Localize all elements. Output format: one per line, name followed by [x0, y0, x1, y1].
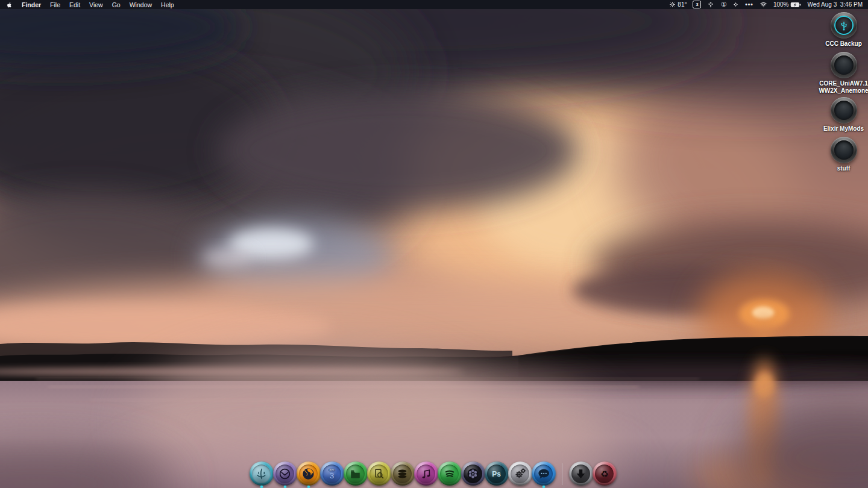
dock-shortcuts: ♻	[569, 461, 616, 488]
itunes-icon	[417, 465, 435, 483]
more-menu-icon[interactable]: •••	[745, 1, 753, 8]
dock-itunes[interactable]	[414, 461, 438, 488]
running-indicator	[284, 486, 286, 488]
finder-icon	[252, 465, 271, 483]
system-preferences-icon	[511, 465, 529, 483]
dock-system-preferences[interactable]	[508, 461, 532, 488]
volume-core-uniaw[interactable]: CORE_UniAW7.1WW2X_Anemone	[815, 52, 868, 94]
menu-go[interactable]: Go	[112, 1, 121, 8]
drive-orb-icon	[831, 137, 857, 163]
dock-files[interactable]	[344, 461, 367, 488]
mail-icon	[275, 465, 294, 483]
spotify-icon	[440, 465, 459, 483]
reel-orb	[461, 461, 485, 486]
preview-orb	[367, 461, 391, 486]
volume-label: stuff	[837, 165, 851, 172]
menu-window[interactable]: Window	[130, 1, 152, 8]
running-indicator	[542, 486, 545, 488]
menu-help[interactable]: Help	[161, 1, 174, 8]
drive-face	[834, 101, 854, 120]
svg-text:♻: ♻	[600, 469, 608, 480]
firefox-icon	[299, 465, 318, 483]
menu-bar: Finder File Edit View Go Window Help 81°…	[0, 0, 868, 9]
mail-orb	[273, 461, 297, 486]
dock-finder[interactable]	[250, 461, 273, 488]
dock-downloads[interactable]	[569, 461, 593, 488]
downloads-orb	[569, 461, 593, 486]
files-orb	[344, 461, 368, 486]
photoshop-icon: Ps	[487, 465, 506, 483]
battery-percent-label: 100%	[773, 1, 789, 8]
drive-orb-icon	[831, 12, 857, 39]
dock: AUG 3 Ps ♻	[250, 461, 616, 488]
volume-stuff[interactable]: stuff	[815, 137, 868, 172]
circled-one-icon[interactable]: ①	[720, 1, 726, 8]
files-icon	[346, 465, 365, 483]
dock-reel[interactable]	[461, 461, 485, 488]
battery-icon	[790, 2, 801, 8]
running-indicator	[260, 486, 263, 488]
dock-firefox[interactable]	[297, 461, 320, 488]
menu-view[interactable]: View	[89, 1, 103, 8]
dock-stacks[interactable]	[391, 461, 414, 488]
calendar-menubar-icon[interactable]: 3	[693, 1, 701, 8]
wifi-icon[interactable]	[760, 1, 767, 8]
pinwheel-icon[interactable]	[732, 1, 739, 8]
downloads-icon	[571, 465, 590, 483]
dock-photoshop[interactable]: Ps	[485, 461, 508, 488]
stacks-orb	[391, 461, 415, 486]
trash-orb: ♻	[593, 461, 617, 486]
sun-icon	[669, 1, 676, 8]
dock-apps: AUG 3 Ps	[250, 461, 555, 488]
menu-file[interactable]: File	[50, 1, 60, 8]
volume-elixir-mymods[interactable]: Elixir MyMods	[815, 97, 868, 133]
desktop-volumes: CCC BackupCORE_UniAW7.1WW2X_AnemoneElixi…	[0, 0, 868, 488]
dock-preview[interactable]	[367, 461, 391, 488]
usb-symbol-icon	[834, 16, 854, 35]
itunes-orb	[414, 461, 438, 486]
svg-text:Ps: Ps	[492, 470, 501, 478]
dock-messages[interactable]	[532, 461, 555, 488]
apple-logo-icon[interactable]	[5, 1, 13, 8]
messages-orb	[532, 461, 556, 486]
volume-label: CORE_UniAW7.1WW2X_Anemone	[819, 80, 868, 94]
calendar-orb: AUG 3	[320, 461, 344, 486]
drive-orb-icon	[831, 97, 857, 124]
reel-icon	[464, 465, 482, 483]
finder-orb	[250, 461, 274, 486]
menu-edit[interactable]: Edit	[69, 1, 80, 8]
calendar-icon: AUG 3	[322, 465, 341, 483]
dock-divider	[562, 463, 562, 485]
drive-face	[834, 55, 854, 75]
system-preferences-orb	[508, 461, 532, 486]
preview-icon	[370, 465, 388, 483]
drive-orb-icon	[831, 52, 857, 78]
dock-trash[interactable]: ♻	[593, 461, 616, 488]
drive-face	[834, 140, 854, 160]
photoshop-orb: Ps	[485, 461, 509, 486]
messages-icon	[534, 465, 553, 483]
temperature-label: 81°	[678, 1, 687, 8]
spotify-orb	[438, 461, 462, 486]
battery-status[interactable]: 100%	[773, 1, 802, 8]
menu-app-name[interactable]: Finder	[22, 1, 41, 8]
dock-mail[interactable]	[273, 461, 297, 488]
running-indicator	[307, 486, 310, 488]
stacks-icon	[393, 465, 412, 483]
svg-text:3: 3	[330, 471, 334, 480]
dock-spotify[interactable]	[438, 461, 461, 488]
weather-status[interactable]: 81°	[669, 1, 687, 8]
volume-label: CCC Backup	[825, 40, 862, 48]
trash-icon: ♻	[595, 465, 614, 483]
volume-ccc-backup[interactable]: CCC Backup	[815, 12, 868, 48]
dropbox-icon[interactable]	[707, 1, 714, 8]
firefox-orb	[297, 461, 321, 486]
menubar-clock[interactable]: Wed Aug 3 3:46 PM	[807, 1, 863, 8]
dock-calendar[interactable]: AUG 3	[320, 461, 344, 488]
volume-label: Elixir MyMods	[823, 125, 864, 133]
